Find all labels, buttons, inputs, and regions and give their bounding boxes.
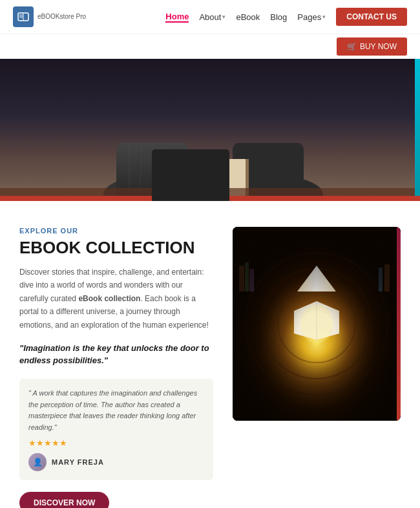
svg-point-23 bbox=[300, 304, 333, 343]
hero-image-visual bbox=[0, 59, 420, 201]
svg-point-20 bbox=[278, 285, 355, 363]
nav-blog[interactable]: Blog bbox=[270, 12, 287, 22]
pages-chevron-icon: ▾ bbox=[322, 14, 326, 20]
cover-right-accent bbox=[397, 227, 401, 421]
ebook-description: Discover stories that inspire, challenge… bbox=[19, 266, 213, 332]
library-svg bbox=[233, 227, 401, 421]
library-visual bbox=[233, 227, 401, 421]
svg-rect-26 bbox=[245, 262, 249, 291]
ebook-title: EBOOK COLLECTION bbox=[19, 238, 213, 258]
buy-label: BUY NOW bbox=[360, 42, 397, 51]
nav-about[interactable]: About bbox=[199, 12, 221, 22]
svg-rect-24 bbox=[233, 227, 401, 421]
svg-rect-13 bbox=[165, 159, 168, 201]
logo[interactable]: eBOOKstore Pro bbox=[13, 6, 86, 27]
teal-accent-bar bbox=[415, 59, 420, 201]
logo-icon bbox=[13, 6, 34, 27]
ebook-collection-section: EXPLORE OUR EBOOK COLLECTION Discover st… bbox=[0, 201, 420, 508]
star-rating: ★★★★★ bbox=[28, 438, 204, 448]
author-name: MARY FREJA bbox=[52, 458, 104, 466]
testimonial-box: " A work that captures the imagination a… bbox=[19, 379, 213, 480]
svg-rect-17 bbox=[233, 227, 401, 421]
nav-pages[interactable]: Pages bbox=[297, 12, 321, 22]
svg-point-19 bbox=[262, 269, 372, 379]
buy-bar: 🛒 BUY NOW bbox=[0, 34, 420, 59]
buy-now-button[interactable]: 🛒 BUY NOW bbox=[337, 37, 407, 56]
author-avatar: 👤 bbox=[28, 453, 47, 471]
ebook-cover-image bbox=[233, 227, 401, 421]
about-chevron-icon: ▾ bbox=[222, 14, 226, 20]
nav-pages-container: Pages ▾ bbox=[297, 12, 326, 22]
svg-rect-28 bbox=[384, 264, 390, 291]
testimonial-text: " A work that captures the imagination a… bbox=[28, 388, 204, 433]
ebook-quote: "Imagination is the key that unlocks the… bbox=[19, 342, 213, 367]
svg-marker-21 bbox=[294, 301, 339, 340]
svg-rect-27 bbox=[249, 269, 254, 291]
logo-text: eBOOKstore Pro bbox=[37, 13, 86, 21]
navbar: eBOOKstore Pro Home About ▾ eBook Blog P… bbox=[0, 0, 420, 34]
svg-point-18 bbox=[246, 253, 388, 395]
nav-home[interactable]: Home bbox=[165, 12, 189, 23]
svg-rect-5 bbox=[0, 59, 420, 201]
discover-now-button[interactable]: DISCOVER NOW bbox=[19, 492, 109, 508]
svg-rect-25 bbox=[239, 266, 244, 291]
cover-container bbox=[233, 227, 401, 421]
hero-section bbox=[0, 59, 420, 201]
svg-rect-29 bbox=[379, 268, 383, 291]
cart-icon: 🛒 bbox=[347, 42, 357, 51]
testimonial-author: 👤 MARY FREJA bbox=[28, 453, 204, 471]
crimson-accent-bar bbox=[0, 196, 420, 201]
nav-ebook[interactable]: eBook bbox=[236, 12, 260, 22]
contact-button[interactable]: CONTACT US bbox=[336, 8, 407, 26]
hero-svg bbox=[0, 59, 420, 201]
explore-label: EXPLORE OUR bbox=[19, 227, 213, 235]
ebook-left-content: EXPLORE OUR EBOOK COLLECTION Discover st… bbox=[19, 227, 213, 508]
nav-links: Home About ▾ eBook Blog Pages ▾ CONTACT … bbox=[165, 8, 407, 26]
nav-about-container: About ▾ bbox=[199, 12, 226, 22]
